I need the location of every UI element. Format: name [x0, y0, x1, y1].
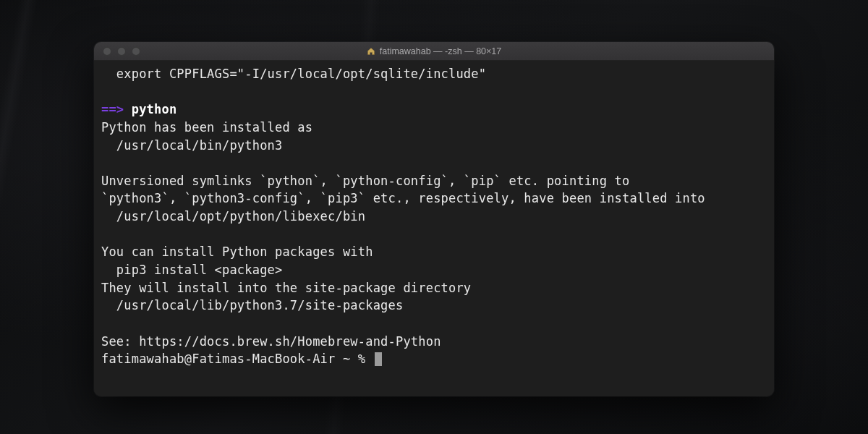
- output-line: You can install Python packages with: [101, 244, 373, 259]
- terminal-content[interactable]: export CPPFLAGS="-I/usr/local/opt/sqlite…: [94, 61, 774, 396]
- zoom-icon[interactable]: [132, 47, 140, 56]
- output-line: See: https://docs.brew.sh/Homebrew-and-P…: [101, 334, 441, 349]
- close-icon[interactable]: [103, 47, 111, 56]
- caveat-header: python: [132, 102, 177, 116]
- cursor-icon: [375, 352, 382, 366]
- output-line: /usr/local/opt/python/libexec/bin: [101, 209, 365, 224]
- home-folder-icon: [367, 47, 375, 56]
- output-line: Unversioned symlinks `python`, `python-c…: [101, 174, 629, 188]
- output-line: Python has been installed as: [101, 120, 312, 135]
- output-line: They will install into the site-package …: [101, 281, 471, 295]
- titlebar[interactable]: fatimawahab — -zsh — 80×17: [94, 42, 774, 61]
- window-title: fatimawahab — -zsh — 80×17: [380, 46, 502, 56]
- output-line: pip3 install <package>: [101, 263, 282, 277]
- terminal-window: fatimawahab — -zsh — 80×17 export CPPFLA…: [94, 42, 774, 396]
- output-line: /usr/local/bin/python3: [101, 138, 282, 153]
- window-title-area: fatimawahab — -zsh — 80×17: [94, 46, 774, 56]
- output-line: export CPPFLAGS="-I/usr/local/opt/sqlite…: [101, 67, 486, 81]
- minimize-icon[interactable]: [117, 47, 126, 56]
- traffic-lights: [94, 47, 140, 56]
- shell-prompt: fatimawahab@Fatimas-MacBook-Air ~ %: [101, 352, 373, 366]
- output-line: `python3`, `python3-config`, `pip3` etc.…: [101, 191, 705, 205]
- caveat-arrow: ==>: [101, 102, 124, 116]
- output-line: /usr/local/lib/python3.7/site-packages: [101, 298, 403, 312]
